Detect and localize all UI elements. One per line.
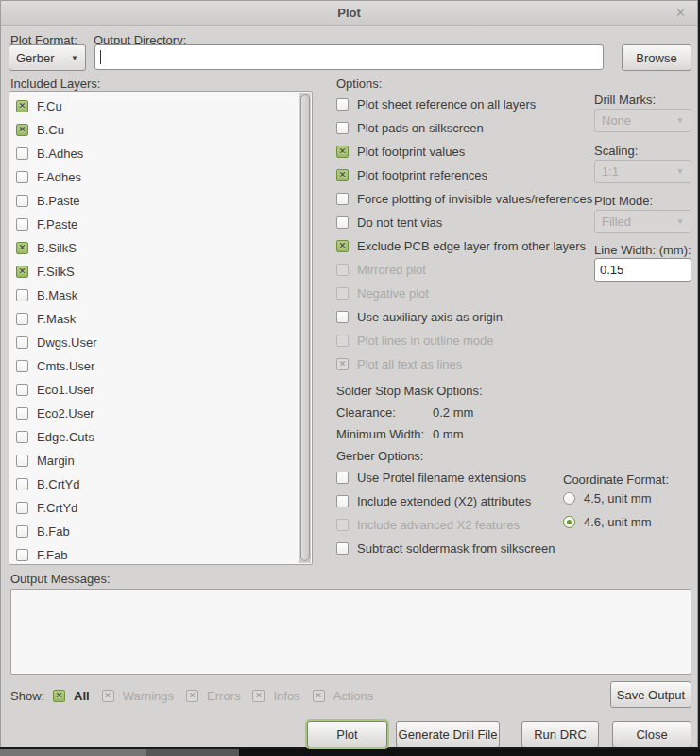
checkbox-checked-icon[interactable]: ✕	[16, 266, 28, 278]
layer-item[interactable]: Dwgs.User	[16, 331, 312, 354]
option-item[interactable]: Do not tent vias	[336, 211, 592, 234]
layer-item[interactable]: Eco2.User	[16, 402, 312, 425]
gerber-option-item[interactable]: Use Protel filename extensions	[336, 466, 555, 490]
checkbox-checked-icon: ✕	[102, 690, 114, 702]
item-label: B.Fab	[37, 524, 70, 539]
checkbox-icon[interactable]	[16, 171, 28, 183]
item-label: Warnings	[123, 689, 174, 703]
checkbox-icon[interactable]	[16, 407, 28, 420]
layer-item[interactable]: Edge.Cuts	[16, 425, 312, 449]
checkbox-icon[interactable]	[16, 455, 28, 467]
option-item[interactable]: Force plotting of invisible values/refer…	[336, 187, 592, 211]
checkbox-icon[interactable]	[16, 195, 28, 207]
checkbox-icon[interactable]	[336, 193, 349, 205]
checkbox-icon[interactable]	[16, 360, 28, 372]
close-icon[interactable]: ✕	[675, 6, 686, 20]
checkbox-icon[interactable]	[336, 216, 349, 229]
item-label: F.Fab	[37, 548, 68, 562]
included-layers-list[interactable]: ✕F.Cu✕B.CuB.AdhesF.AdhesB.PasteF.Paste✕B…	[9, 91, 313, 565]
layer-item[interactable]: F.Adhes	[16, 165, 312, 189]
layer-item[interactable]: Cmts.User	[16, 354, 312, 378]
generate-drill-file-button[interactable]: Generate Drill File	[396, 721, 500, 747]
checkbox-icon[interactable]	[16, 478, 28, 490]
radio-selected-icon[interactable]	[563, 516, 575, 528]
layer-item[interactable]: F.Paste	[16, 213, 312, 236]
layers-scrollbar[interactable]	[299, 93, 311, 563]
run-drc-button[interactable]: Run DRC	[521, 721, 599, 747]
save-output-button[interactable]: Save Output	[610, 681, 691, 708]
close-button[interactable]: Close	[612, 721, 691, 747]
titlebar[interactable]: Plot ✕	[1, 1, 697, 26]
item-label: Margin	[37, 454, 75, 468]
layer-item[interactable]: B.Adhes	[16, 142, 312, 165]
gerber-option-item[interactable]: Subtract soldermask from silkscreen	[336, 537, 555, 560]
gerber-option-item[interactable]: Include extended (X2) attributes	[336, 490, 555, 513]
checkbox-checked-icon[interactable]: ✕	[16, 242, 28, 254]
option-item[interactable]: Use auxiliary axis as origin	[336, 305, 592, 329]
line-width-input[interactable]: 0.15	[594, 258, 691, 282]
checkbox-icon[interactable]	[16, 384, 28, 396]
layer-item[interactable]: B.Paste	[16, 189, 312, 213]
plot-dialog: Plot ✕ Plot Format: Gerber ▼ Output Dire…	[0, 0, 698, 747]
layer-item[interactable]: Eco1.User	[16, 378, 312, 402]
output-messages-box[interactable]	[10, 589, 691, 675]
checkbox-icon[interactable]	[336, 542, 349, 555]
checkbox-icon[interactable]	[16, 336, 28, 349]
plot-format-select[interactable]: Gerber ▼	[9, 44, 86, 71]
checkbox-checked-icon[interactable]: ✕	[16, 124, 28, 136]
layer-item[interactable]: ✕B.SilkS	[16, 236, 312, 260]
radio-icon[interactable]	[563, 492, 575, 505]
taskbar-segment	[0, 749, 146, 756]
option-item[interactable]: ✕Plot footprint values	[336, 140, 592, 163]
checkbox-checked-icon[interactable]: ✕	[53, 690, 65, 702]
checkbox-checked-icon[interactable]: ✕	[336, 169, 349, 181]
drill-marks-select: None ▼	[594, 109, 691, 132]
item-label: Negative plot	[357, 286, 429, 301]
plot-button[interactable]: Plot	[307, 721, 387, 747]
checkbox-icon[interactable]	[336, 495, 349, 507]
scrollbar-thumb[interactable]	[300, 94, 310, 561]
layer-item[interactable]: Margin	[16, 449, 312, 472]
option-item[interactable]: ✕Plot footprint references	[336, 163, 592, 187]
checkbox-checked-icon: ✕	[186, 690, 198, 702]
checkbox-icon	[336, 264, 349, 276]
layer-item[interactable]: B.Mask	[16, 284, 312, 307]
checkbox-checked-icon[interactable]: ✕	[336, 240, 349, 252]
layer-item[interactable]: F.Fab	[16, 543, 312, 565]
checkbox-icon[interactable]	[16, 147, 28, 160]
checkbox-icon[interactable]	[16, 289, 28, 301]
checkbox-icon[interactable]	[336, 122, 349, 134]
checkbox-icon[interactable]	[336, 98, 349, 111]
checkbox-checked-icon[interactable]: ✕	[336, 146, 349, 158]
layer-item[interactable]: B.CrtYd	[16, 472, 312, 496]
checkbox-icon[interactable]	[16, 502, 28, 514]
layer-item[interactable]: ✕F.SilkS	[16, 260, 312, 284]
checkbox-icon[interactable]	[16, 218, 28, 231]
option-item[interactable]: Plot sheet reference on all layers	[336, 93, 592, 116]
browse-button[interactable]: Browse	[622, 44, 691, 71]
checkbox-icon[interactable]	[336, 311, 349, 323]
layer-item[interactable]: B.Fab	[16, 520, 312, 543]
line-width-value: 0.15	[600, 263, 623, 277]
checkbox-icon[interactable]	[336, 472, 349, 484]
option-item[interactable]: Plot pads on silkscreen	[336, 116, 592, 140]
layer-item[interactable]: F.CrtYd	[16, 496, 312, 520]
option-item[interactable]: ✕Exclude PCB edge layer from other layer…	[336, 234, 592, 258]
item-label: Edge.Cuts	[37, 430, 94, 444]
scaling-value: 1:1	[602, 164, 619, 179]
coordinate-format-option[interactable]: 4.5, unit mm	[563, 487, 652, 510]
show-label: Show:	[10, 689, 44, 703]
checkbox-icon[interactable]	[16, 525, 28, 538]
layer-item[interactable]: ✕B.Cu	[16, 118, 312, 142]
chevron-down-icon: ▼	[676, 217, 684, 226]
checkbox-checked-icon[interactable]: ✕	[16, 100, 28, 112]
layer-item[interactable]: F.Mask	[16, 307, 312, 331]
checkbox-icon[interactable]	[16, 431, 28, 443]
show-filter-item[interactable]: ✕All	[53, 684, 90, 708]
layer-item[interactable]: ✕F.Cu	[16, 94, 312, 118]
checkbox-icon[interactable]	[16, 549, 28, 561]
output-directory-input[interactable]	[94, 44, 604, 70]
coordinate-format-option[interactable]: 4.6, unit mm	[563, 510, 652, 534]
min-width-label: Minimum Width:	[336, 427, 424, 441]
checkbox-icon[interactable]	[16, 313, 28, 325]
